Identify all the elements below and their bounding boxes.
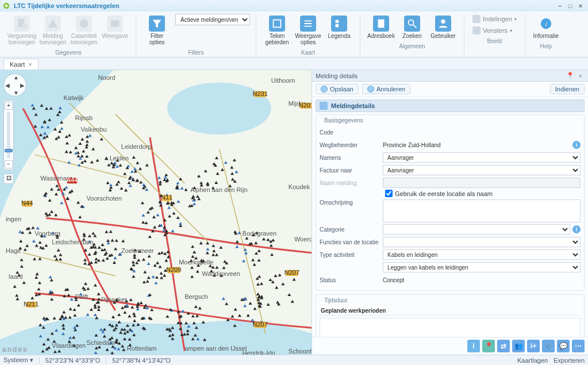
zoom-handle[interactable]: [5, 149, 13, 152]
tab-strip: Kaart ×: [0, 57, 588, 70]
svg-text:N209: N209: [166, 266, 181, 273]
melding-toevoegen-button[interactable]: Melding toevoegen: [38, 14, 68, 47]
filter-combo[interactable]: Actieve meldingen/vergunningen: [175, 14, 250, 25]
adresboek-button[interactable]: Adresboek: [366, 14, 396, 41]
info-icon[interactable]: i: [572, 225, 581, 233]
svg-rect-6: [336, 20, 339, 24]
tab-kaart[interactable]: Kaart ×: [3, 59, 39, 70]
tab-close-icon[interactable]: ×: [28, 61, 32, 68]
pan-south-icon[interactable]: ▼: [13, 90, 19, 96]
panel-close-icon[interactable]: ×: [579, 72, 582, 79]
svg-text:Bodegraven: Bodegraven: [243, 230, 277, 237]
zoom-slider[interactable]: [7, 112, 10, 158]
app-logo-icon: [2, 2, 10, 10]
informatie-button[interactable]: i Informatie: [531, 14, 561, 41]
pan-east-icon[interactable]: ▶: [20, 82, 25, 89]
zoeken-button[interactable]: Zoeken: [397, 14, 427, 41]
group-label-filters: Filters: [188, 49, 203, 56]
legenda-button[interactable]: Legenda: [324, 14, 354, 41]
info-icon[interactable]: i: [572, 141, 581, 149]
details-tab-icon[interactable]: i: [467, 340, 480, 352]
teken-gebieden-button[interactable]: Teken gebieden: [262, 14, 292, 47]
geplande-werkperioden-header: Geplande werkperioden: [320, 306, 581, 316]
fieldset-tijdsduur: Tijdsduur Geplande werkperioden Periode …: [316, 294, 585, 337]
indelingen-button[interactable]: Indelingen▾: [470, 14, 519, 24]
ribbon: Vergunning toevoegen Melding toevoegen C…: [0, 11, 588, 57]
pin-icon[interactable]: 📍: [566, 72, 574, 79]
extra-info-tab-icon[interactable]: i+: [527, 340, 540, 352]
gebruik-locatie-checkbox[interactable]: [385, 190, 393, 197]
svg-text:N207: N207: [285, 269, 299, 276]
weergave-button[interactable]: Weergave: [100, 14, 130, 41]
wegbeheerder-value: Provincie Zuid-Holland: [383, 142, 570, 148]
svg-text:Vlaardingen: Vlaardingen: [52, 342, 86, 349]
omschrijving-textarea[interactable]: [383, 199, 581, 222]
map-pan-control[interactable]: ▲ ▼ ◀ ▶: [3, 74, 26, 97]
section-meldingdetails: Meldingdetails: [316, 99, 585, 112]
sliders-icon: [300, 16, 316, 32]
svg-point-9: [409, 20, 414, 25]
namens-select[interactable]: Aanvrager: [383, 152, 581, 163]
messages-tab-icon[interactable]: 💬: [557, 340, 570, 352]
map-pane[interactable]: Katwijk Noord Uithoorn Rijnsb Mijdre Val…: [0, 70, 312, 355]
svg-text:A44: A44: [67, 176, 78, 183]
filter-opties-button[interactable]: Filter opties: [142, 14, 172, 47]
map-zoom-control[interactable]: + −: [3, 100, 14, 170]
werkperioden-grid[interactable]: [320, 318, 581, 337]
functies-select[interactable]: [383, 237, 581, 247]
layout-icon: [472, 15, 481, 23]
zoom-out-button[interactable]: −: [5, 160, 13, 168]
annuleren-button[interactable]: Annuleren: [362, 84, 410, 94]
pan-north-icon[interactable]: ▲: [13, 74, 19, 80]
funnel-icon: [149, 16, 165, 32]
view-icon: [107, 16, 123, 32]
exporteren-button[interactable]: Exporteren: [554, 357, 585, 364]
categorie-select[interactable]: [383, 224, 570, 235]
kaartlagen-button[interactable]: Kaartlagen: [517, 357, 548, 364]
indienen-button[interactable]: Indienen: [550, 84, 585, 94]
svg-rect-5: [274, 20, 281, 28]
svg-text:Zoetermeer: Zoetermeer: [121, 247, 154, 254]
maximize-button[interactable]: □: [565, 2, 575, 9]
detail-toolbar: Opslaan Annuleren Indienen: [312, 82, 588, 97]
calamiteit-toevoegen-button[interactable]: Calamiteit toevoegen: [69, 14, 99, 47]
detail-panel-header: Melding details 📍 ×: [312, 70, 588, 82]
systeem-menu[interactable]: Systeem ▾: [3, 356, 33, 364]
alert-plus-icon: [45, 16, 61, 32]
minimize-button[interactable]: –: [555, 2, 565, 9]
group-label-kaart: Kaart: [301, 49, 315, 56]
svg-text:Hendrik-Ido: Hendrik-Ido: [243, 349, 275, 355]
opslaan-button[interactable]: Opslaan: [316, 84, 359, 94]
vensters-button[interactable]: Vensters▾: [470, 25, 519, 36]
bottom-iconbar: i 📍 ⇄ 👥 i+ 📎 💬 ⋯: [312, 337, 588, 355]
history-tab-icon[interactable]: ⋯: [572, 340, 585, 352]
contacts-tab-icon[interactable]: 👥: [512, 340, 525, 352]
info-icon: i: [538, 16, 554, 32]
svg-rect-7: [336, 24, 339, 27]
zoom-in-button[interactable]: +: [5, 102, 13, 110]
location-tab-icon[interactable]: 📍: [482, 340, 495, 352]
ribbon-group-kaart: Teken gebieden Weergave opties Legenda K…: [259, 14, 358, 57]
type-sub-select[interactable]: Leggen van kabels en leidingen: [383, 262, 581, 272]
search-icon: [404, 16, 420, 32]
svg-text:Voorschoten: Voorschoten: [87, 195, 122, 202]
weergave-opties-button[interactable]: Weergave opties: [293, 14, 323, 47]
factuur-select[interactable]: Aanvrager: [383, 165, 581, 175]
group-label-help: Help: [540, 43, 552, 49]
attachments-tab-icon[interactable]: 📎: [542, 340, 555, 352]
zoom-rectangle-button[interactable]: ⊡: [3, 174, 14, 184]
routes-tab-icon[interactable]: ⇄: [497, 340, 510, 352]
user-icon: [435, 16, 451, 32]
close-button[interactable]: ×: [575, 2, 586, 9]
svg-point-3: [80, 20, 89, 28]
svg-text:N231: N231: [252, 90, 267, 97]
type-activiteit-select[interactable]: Kabels en leidingen: [383, 249, 581, 260]
address-book-icon: [373, 16, 389, 32]
svg-text:N44: N44: [21, 199, 33, 206]
svg-rect-4: [111, 21, 120, 27]
draw-area-icon: [269, 16, 285, 32]
ribbon-group-beeld: Indelingen▾ Vensters▾ Beeld: [467, 14, 522, 57]
gebruiker-button[interactable]: Gebruiker: [428, 14, 458, 41]
vergunning-toevoegen-button[interactable]: Vergunning toevoegen: [7, 14, 37, 47]
pan-west-icon[interactable]: ◀: [5, 82, 10, 89]
